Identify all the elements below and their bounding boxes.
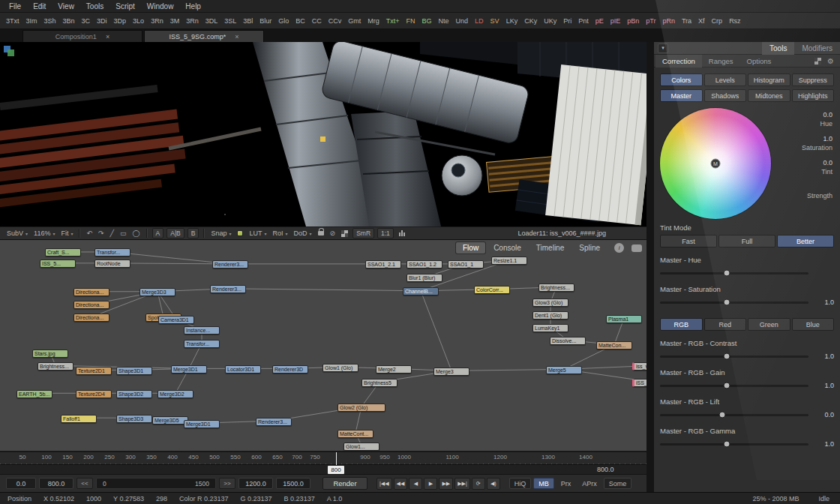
slider-track[interactable] bbox=[660, 272, 808, 274]
mode-colors[interactable]: Colors bbox=[660, 74, 703, 86]
tool-crp[interactable]: Crp bbox=[709, 16, 726, 26]
view-b-button[interactable]: B bbox=[188, 228, 200, 238]
current-time-field[interactable]: 0.0 bbox=[6, 478, 36, 489]
view-a-button[interactable]: A bbox=[152, 228, 164, 238]
slider-handle[interactable] bbox=[724, 299, 730, 306]
slider-handle[interactable] bbox=[724, 353, 730, 360]
subtab-options[interactable]: Options bbox=[740, 55, 778, 68]
tool-3txt[interactable]: 3Txt bbox=[3, 16, 22, 26]
tool-rsz[interactable]: Rsz bbox=[726, 16, 744, 26]
node-ssao1-2-1[interactable]: SSAO1_2.1 bbox=[365, 260, 401, 268]
tool-pie[interactable]: pIE bbox=[608, 16, 624, 26]
rotate-left-icon[interactable]: ↶ bbox=[84, 230, 94, 237]
tool-xf[interactable]: Xf bbox=[695, 16, 708, 26]
ellipse-tool-icon[interactable]: ◯ bbox=[130, 230, 142, 237]
node-falloff1[interactable]: Falloff1 bbox=[61, 415, 97, 423]
smr-button[interactable]: SmR bbox=[352, 228, 374, 238]
range-shadows[interactable]: Shadows bbox=[704, 89, 747, 102]
snap-selector[interactable]: Snap▾ bbox=[208, 230, 233, 237]
quality-aprx[interactable]: APrx bbox=[578, 478, 602, 489]
node-merge3d1[interactable]: Merge3D1 bbox=[171, 365, 207, 374]
node-rootnode[interactable]: RootNode bbox=[94, 260, 130, 268]
render-end-field[interactable]: 1500.0 bbox=[276, 478, 310, 489]
roi-selector[interactable]: RoI▾ bbox=[271, 230, 290, 237]
comment-icon[interactable] bbox=[632, 244, 642, 252]
collapse-button[interactable]: ▾ bbox=[658, 44, 668, 53]
tool-ld[interactable]: LD bbox=[472, 16, 487, 26]
tool-glo[interactable]: Glo bbox=[275, 16, 292, 26]
tool-ptr[interactable]: pTr bbox=[643, 16, 658, 26]
tab-modifiers[interactable]: Modifiers bbox=[794, 42, 840, 55]
wheel-marker[interactable]: M bbox=[711, 159, 721, 169]
node-merge5[interactable]: Merge5 bbox=[546, 366, 582, 374]
tool-bg[interactable]: BG bbox=[419, 16, 435, 26]
node-craft-s[interactable]: Craft_S... bbox=[45, 248, 81, 256]
tool-pbn[interactable]: pBn bbox=[624, 16, 642, 26]
menu-window[interactable]: Window bbox=[141, 0, 180, 13]
end-time-field[interactable]: 800.0 bbox=[39, 478, 74, 489]
disable-icon[interactable]: ⊘ bbox=[328, 230, 338, 237]
node-glow1-glo[interactable]: Glow1 (Glo) bbox=[322, 364, 358, 372]
tool-lky[interactable]: LKy bbox=[503, 16, 521, 26]
node-colorcorr[interactable]: ColorCorr... bbox=[474, 286, 510, 294]
node-ssao1-1[interactable]: SSAO1_1 bbox=[448, 260, 484, 268]
channel-rgb[interactable]: RGB bbox=[660, 318, 703, 331]
mode-suppress[interactable]: Suppress bbox=[792, 74, 835, 86]
subtab-correction[interactable]: Correction bbox=[656, 55, 702, 68]
audio-bars-icon[interactable] bbox=[396, 230, 408, 236]
node-ssao1-1-2[interactable]: SSAO1_1.2 bbox=[406, 260, 442, 268]
tool-3sh[interactable]: 3Sh bbox=[41, 16, 59, 26]
tool-pnt[interactable]: Pnt bbox=[575, 16, 592, 26]
slider-track[interactable] bbox=[660, 356, 808, 358]
menu-help[interactable]: Help bbox=[179, 0, 207, 13]
node-texture2d4[interactable]: Texture2D4 bbox=[76, 390, 112, 398]
node-renderer3d[interactable]: Renderer3D bbox=[272, 365, 308, 374]
tool-fn[interactable]: FN bbox=[404, 16, 418, 26]
tint-fast[interactable]: Fast bbox=[660, 235, 717, 248]
audio-button[interactable]: ◀) bbox=[487, 478, 500, 490]
checker-icon[interactable] bbox=[339, 230, 350, 237]
tool-cky[interactable]: CKy bbox=[521, 16, 540, 26]
tool-3m[interactable]: 3M bbox=[167, 16, 183, 26]
tool-bc[interactable]: BC bbox=[292, 16, 308, 26]
zoom-level-selector[interactable]: 116%▾ bbox=[32, 230, 57, 237]
tab-iss-5-9sg-comp[interactable]: ISS_5_9SG.comp*× bbox=[144, 30, 264, 42]
tool-txt[interactable]: Txt+ bbox=[383, 16, 403, 26]
node-iss-5[interactable]: ISS_5... bbox=[40, 260, 76, 268]
node-merge3d2[interactable]: Merge3D2 bbox=[158, 390, 194, 398]
fast-reverse-button[interactable]: ◀◀ bbox=[394, 478, 408, 490]
tool-3bn[interactable]: 3Bn bbox=[60, 16, 78, 26]
render-button[interactable]: Render bbox=[322, 477, 368, 490]
node-mattecont[interactable]: MatteCont... bbox=[338, 430, 374, 438]
checker-icon[interactable] bbox=[814, 58, 821, 64]
channel-red[interactable]: Red bbox=[704, 318, 747, 331]
dod-selector[interactable]: DoD▾ bbox=[292, 230, 314, 237]
slider-handle[interactable] bbox=[724, 270, 730, 277]
fast-forward-button[interactable]: ▶▶ bbox=[439, 478, 453, 490]
tool-3c[interactable]: 3C bbox=[79, 16, 94, 26]
go-end-button[interactable]: ▶▶| bbox=[454, 478, 470, 490]
node-merge2[interactable]: Merge2 bbox=[376, 365, 412, 374]
node-stars-jpg[interactable]: Stars.jpg bbox=[32, 350, 68, 358]
slider-value[interactable]: 1.0 bbox=[813, 352, 834, 360]
range-forward-button[interactable]: >> bbox=[219, 478, 236, 489]
slider-value[interactable] bbox=[813, 269, 834, 277]
tool-3rn[interactable]: 3Rn bbox=[148, 16, 166, 26]
node-brightness[interactable]: Brightness... bbox=[538, 284, 574, 292]
node-camera3d1[interactable]: Camera3D1 bbox=[158, 316, 194, 324]
node-glow2-glo[interactable]: Glow2 (Glo) bbox=[338, 404, 386, 412]
slider-track[interactable] bbox=[660, 385, 808, 387]
node-locator3d1[interactable]: Locator3D1 bbox=[225, 365, 261, 374]
param-value[interactable] bbox=[776, 183, 832, 190]
quality-hiq[interactable]: HiQ bbox=[509, 478, 532, 489]
node-brightness5[interactable]: Brightness5 bbox=[362, 379, 398, 387]
flow-editor[interactable]: Craft_S...Transfor...ISS_5...RootNodeRen… bbox=[0, 240, 646, 452]
param-value[interactable]: 0.0 bbox=[776, 111, 832, 118]
node-dissolve[interactable]: Dissolve... bbox=[550, 337, 586, 345]
quality-prx[interactable]: Prx bbox=[556, 478, 576, 489]
tool-nte[interactable]: Nte bbox=[436, 16, 452, 26]
tint-full[interactable]: Full bbox=[718, 235, 776, 248]
node-glow3-glo[interactable]: Glow3 (Glo) bbox=[532, 298, 568, 307]
pixel-ratio-button[interactable]: 1:1 bbox=[377, 228, 394, 238]
node-iss-v006[interactable]: iss_v006... bbox=[632, 362, 646, 370]
